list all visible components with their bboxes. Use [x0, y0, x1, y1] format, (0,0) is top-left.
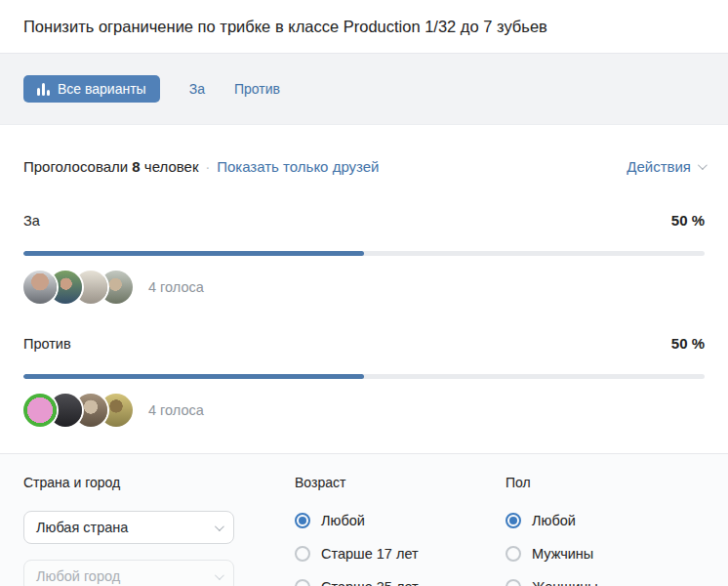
filter-location-label: Страна и город — [23, 475, 234, 492]
poll-results: Проголосовали 8 человек · Показать тольк… — [0, 125, 728, 427]
show-friends-link[interactable]: Показать только друзей — [217, 158, 379, 175]
option-percent: 50 % — [671, 335, 705, 352]
option-percent: 50 % — [671, 212, 705, 229]
voter-avatar[interactable] — [23, 271, 57, 304]
summary-row: Проголосовали 8 человек · Показать тольк… — [23, 158, 705, 175]
radio-label[interactable]: Любой — [532, 513, 576, 528]
option-label: За — [23, 213, 40, 229]
radio-label[interactable]: Мужчины — [532, 546, 593, 562]
age-option-any[interactable]: Любой — [295, 511, 461, 529]
dot-separator: · — [206, 159, 211, 175]
chevron-down-icon — [215, 522, 224, 531]
progress-fill — [23, 374, 364, 379]
voter-avatars — [23, 394, 133, 427]
tab-bar: Все варианты За Против — [0, 54, 728, 125]
poll-option-against: Против 50 % 4 голоса — [23, 335, 705, 427]
progress-fill — [23, 251, 364, 256]
radio-label[interactable]: Старше 17 лет — [321, 546, 419, 562]
radio-icon[interactable] — [506, 579, 521, 586]
tab-for[interactable]: За — [189, 81, 205, 97]
age-option-17[interactable]: Старше 17 лет — [295, 544, 461, 563]
gender-option-women[interactable]: Женщины — [506, 577, 671, 586]
filter-location: Страна и город Любая страна Любой город — [23, 475, 234, 586]
tab-all-variants-label: Все варианты — [58, 81, 146, 97]
age-option-35[interactable]: Старше 35 лет — [295, 577, 461, 586]
radio-icon[interactable] — [295, 513, 310, 528]
country-select[interactable]: Любая страна — [23, 511, 234, 544]
radio-icon[interactable] — [295, 579, 310, 586]
poll-option-for: За 50 % 4 голоса — [23, 212, 705, 304]
city-select[interactable]: Любой город — [23, 560, 234, 586]
filter-age: Возраст Любой Старше 17 лет Старше 35 ле… — [295, 475, 461, 586]
votes-count: 4 голоса — [148, 279, 204, 295]
votes-count: 4 голоса — [148, 402, 204, 418]
actions-dropdown[interactable]: Действия — [627, 158, 705, 175]
radio-icon[interactable] — [506, 546, 521, 562]
voter-avatar[interactable] — [23, 394, 57, 427]
gender-option-men[interactable]: Мужчины — [506, 544, 671, 563]
progress-track — [23, 374, 705, 379]
city-select-placeholder: Любой город — [36, 568, 120, 584]
progress-track — [23, 251, 705, 256]
filter-gender-label: Пол — [506, 475, 671, 492]
chevron-down-icon — [698, 160, 708, 170]
voted-prefix: Проголосовали — [23, 158, 128, 175]
poll-header: Понизить ограничение по трибке в классе … — [0, 0, 728, 54]
radio-label[interactable]: Любой — [321, 513, 365, 528]
radio-icon[interactable] — [506, 513, 521, 528]
radio-label[interactable]: Женщины — [532, 579, 598, 586]
bar-chart-icon — [37, 83, 50, 96]
tab-against[interactable]: Против — [234, 81, 280, 97]
option-label: Против — [23, 336, 71, 352]
gender-option-any[interactable]: Любой — [506, 511, 671, 529]
voted-suffix: человек — [144, 158, 199, 175]
filter-age-label: Возраст — [295, 475, 461, 492]
poll-title: Понизить ограничение по трибке в классе … — [23, 16, 705, 37]
radio-label[interactable]: Старше 35 лет — [321, 579, 419, 586]
option-head: За 50 % — [23, 212, 705, 229]
voters-row: 4 голоса — [23, 394, 705, 427]
tab-all-variants[interactable]: Все варианты — [23, 75, 160, 103]
voted-count: 8 — [132, 158, 140, 175]
chevron-down-icon — [215, 570, 224, 580]
radio-icon[interactable] — [295, 546, 310, 562]
actions-label: Действия — [627, 158, 691, 175]
option-head: Против 50 % — [23, 335, 705, 352]
poll-widget: Понизить ограничение по трибке в классе … — [0, 0, 728, 586]
country-select-value: Любая страна — [36, 520, 128, 535]
filter-gender: Пол Любой Мужчины Женщины — [506, 475, 671, 586]
voters-row: 4 голоса — [23, 271, 705, 304]
filters-panel: Страна и город Любая страна Любой город … — [0, 453, 728, 586]
voter-avatars — [23, 271, 133, 304]
